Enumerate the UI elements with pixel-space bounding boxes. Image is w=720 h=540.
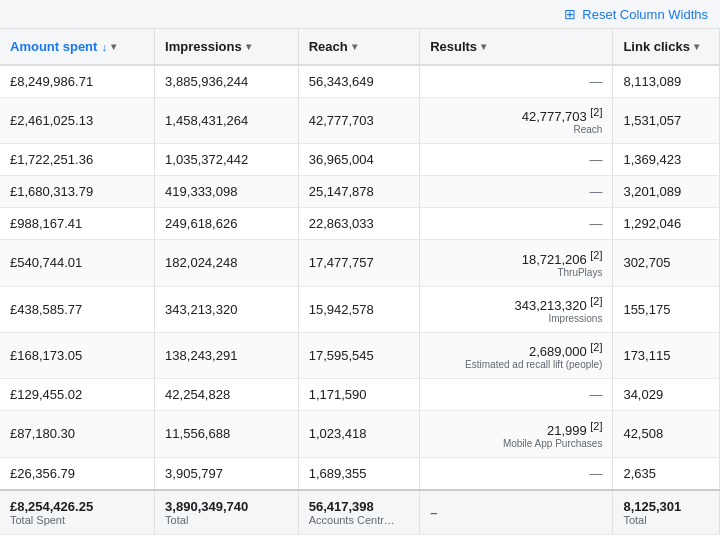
- results-note-num: [2]: [590, 295, 602, 307]
- table-row: £2,461,025.131,458,431,26442,777,70342,7…: [0, 98, 720, 144]
- table-row: £87,180.3011,556,6881,023,41821,999 [2]M…: [0, 411, 720, 457]
- footer-amount: £8,254,426.25 Total Spent: [0, 490, 155, 535]
- cell-reach: 22,863,033: [298, 208, 419, 240]
- cell-amount: £129,455.02: [0, 379, 155, 411]
- results-label: ThruPlays: [430, 267, 602, 278]
- cell-results: 21,999 [2]Mobile App Purchases: [420, 411, 613, 457]
- cell-results: 18,721,206 [2]ThruPlays: [420, 240, 613, 286]
- col-impressions-filter-icon[interactable]: ▾: [246, 41, 251, 52]
- cell-reach: 42,777,703: [298, 98, 419, 144]
- col-header-results[interactable]: Results ▾: [420, 29, 613, 65]
- cell-link-clicks: 8,113,089: [613, 65, 720, 98]
- cell-impressions: 343,213,320: [155, 286, 299, 332]
- footer-link-clicks: 8,125,301 Total: [613, 490, 720, 535]
- col-header-reach-label: Reach: [309, 39, 348, 54]
- cell-amount: £8,249,986.71: [0, 65, 155, 98]
- cell-amount: £438,585.77: [0, 286, 155, 332]
- cell-amount: £2,461,025.13: [0, 98, 155, 144]
- table-row: £540,744.01182,024,24817,477,75718,721,2…: [0, 240, 720, 286]
- cell-impressions: 3,885,936,244: [155, 65, 299, 98]
- cell-impressions: 138,243,291: [155, 332, 299, 378]
- table-footer-row: £8,254,426.25 Total Spent 3,890,349,740 …: [0, 490, 720, 535]
- results-label: Estimated ad recall lift (people): [430, 359, 602, 370]
- footer-results: –: [420, 490, 613, 535]
- table-row: £438,585.77343,213,32015,942,578343,213,…: [0, 286, 720, 332]
- results-dash: —: [589, 216, 602, 231]
- cell-results: —: [420, 379, 613, 411]
- cell-reach: 25,147,878: [298, 176, 419, 208]
- col-amount-filter-icon[interactable]: ▾: [111, 41, 116, 52]
- cell-amount: £988,167.41: [0, 208, 155, 240]
- cell-link-clicks: 3,201,089: [613, 176, 720, 208]
- cell-link-clicks: 155,175: [613, 286, 720, 332]
- cell-reach: 56,343,649: [298, 65, 419, 98]
- results-value: 42,777,703 [2]: [522, 109, 603, 124]
- cell-amount: £1,680,313.79: [0, 176, 155, 208]
- table-row: £988,167.41249,618,62622,863,033—1,292,0…: [0, 208, 720, 240]
- results-dash: —: [589, 184, 602, 199]
- cell-results: —: [420, 208, 613, 240]
- cell-results: 343,213,320 [2]Impressions: [420, 286, 613, 332]
- results-dash: —: [589, 466, 602, 481]
- reset-columns-button[interactable]: Reset Column Widths: [582, 7, 708, 22]
- results-value: 18,721,206 [2]: [522, 252, 603, 267]
- top-bar: ⊞ Reset Column Widths: [0, 0, 720, 29]
- table-row: £1,680,313.79419,333,09825,147,878—3,201…: [0, 176, 720, 208]
- col-results-filter-icon[interactable]: ▾: [481, 41, 486, 52]
- cell-amount: £87,180.30: [0, 411, 155, 457]
- cell-impressions: 3,905,797: [155, 457, 299, 490]
- footer-reach: 56,417,398 Accounts Centr…: [298, 490, 419, 535]
- cell-results: —: [420, 65, 613, 98]
- results-label: Impressions: [430, 313, 602, 324]
- table-header-row: Amount spent ↓ ▾ Impressions ▾ Reach ▾: [0, 29, 720, 65]
- col-reach-filter-icon[interactable]: ▾: [352, 41, 357, 52]
- results-note-num: [2]: [590, 341, 602, 353]
- table-row: £8,249,986.713,885,936,24456,343,649—8,1…: [0, 65, 720, 98]
- cell-impressions: 249,618,626: [155, 208, 299, 240]
- results-dash: —: [589, 152, 602, 167]
- cell-amount: £1,722,251.36: [0, 144, 155, 176]
- footer-impressions: 3,890,349,740 Total: [155, 490, 299, 535]
- cell-results: —: [420, 176, 613, 208]
- results-dash: —: [589, 387, 602, 402]
- cell-link-clicks: 34,029: [613, 379, 720, 411]
- col-link-clicks-filter-icon[interactable]: ▾: [694, 41, 699, 52]
- cell-results: —: [420, 457, 613, 490]
- table-row: £26,356.793,905,7971,689,355—2,635: [0, 457, 720, 490]
- table-row: £168,173.05138,243,29117,595,5452,689,00…: [0, 332, 720, 378]
- cell-reach: 15,942,578: [298, 286, 419, 332]
- col-header-amount[interactable]: Amount spent ↓ ▾: [0, 29, 155, 65]
- col-header-reach[interactable]: Reach ▾: [298, 29, 419, 65]
- cell-impressions: 419,333,098: [155, 176, 299, 208]
- results-label: Reach: [430, 124, 602, 135]
- reset-columns-icon: ⊞: [564, 6, 576, 22]
- col-header-amount-label: Amount spent: [10, 39, 97, 54]
- cell-impressions: 11,556,688: [155, 411, 299, 457]
- sort-desc-icon: ↓: [101, 41, 107, 53]
- results-value: 2,689,000 [2]: [529, 344, 603, 359]
- results-dash: —: [589, 74, 602, 89]
- cell-link-clicks: 173,115: [613, 332, 720, 378]
- results-note-num: [2]: [590, 419, 602, 431]
- data-table: Amount spent ↓ ▾ Impressions ▾ Reach ▾: [0, 29, 720, 535]
- cell-link-clicks: 302,705: [613, 240, 720, 286]
- cell-amount: £168,173.05: [0, 332, 155, 378]
- cell-reach: 1,023,418: [298, 411, 419, 457]
- cell-reach: 17,477,757: [298, 240, 419, 286]
- cell-results: 2,689,000 [2]Estimated ad recall lift (p…: [420, 332, 613, 378]
- cell-impressions: 1,035,372,442: [155, 144, 299, 176]
- results-value: 343,213,320 [2]: [514, 298, 602, 313]
- cell-amount: £540,744.01: [0, 240, 155, 286]
- cell-impressions: 182,024,248: [155, 240, 299, 286]
- cell-amount: £26,356.79: [0, 457, 155, 490]
- cell-impressions: 42,254,828: [155, 379, 299, 411]
- cell-reach: 36,965,004: [298, 144, 419, 176]
- col-header-impressions[interactable]: Impressions ▾: [155, 29, 299, 65]
- col-header-link-clicks[interactable]: Link clicks ▾: [613, 29, 720, 65]
- cell-link-clicks: 1,369,423: [613, 144, 720, 176]
- cell-link-clicks: 42,508: [613, 411, 720, 457]
- table-row: £1,722,251.361,035,372,44236,965,004—1,3…: [0, 144, 720, 176]
- cell-reach: 1,171,590: [298, 379, 419, 411]
- cell-impressions: 1,458,431,264: [155, 98, 299, 144]
- cell-link-clicks: 1,531,057: [613, 98, 720, 144]
